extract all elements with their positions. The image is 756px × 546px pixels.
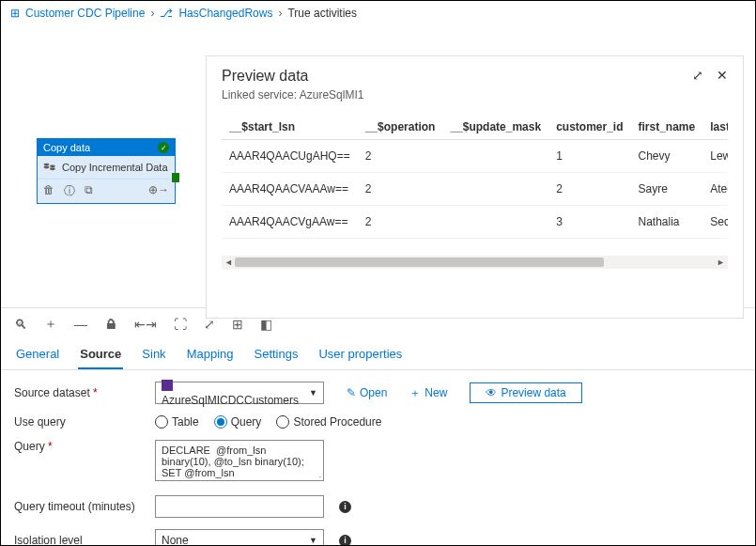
table-cell: Chevy xyxy=(631,140,703,173)
new-button[interactable]: ＋New xyxy=(409,385,447,401)
query-textarea[interactable] xyxy=(155,440,324,481)
pipeline-canvas[interactable]: Copy data ✓ Copy Incremental Data 🗑 ⓘ ⧉ … xyxy=(1,25,755,307)
activity-header: Copy data ✓ xyxy=(38,139,175,156)
col-first-name[interactable]: first_name xyxy=(631,115,703,140)
query-timeout-input[interactable] xyxy=(155,495,324,518)
breadcrumb-leaf: True activities xyxy=(287,7,357,20)
tab-general[interactable]: General xyxy=(14,340,61,369)
use-query-label: Use query xyxy=(14,415,146,429)
pencil-icon: ✎ xyxy=(347,386,356,399)
breadcrumb-root[interactable]: Customer CDC Pipeline xyxy=(25,7,145,20)
open-button[interactable]: ✎Open xyxy=(347,386,387,399)
table-cell xyxy=(442,206,548,239)
source-form: Source dataset AzureSqlMICDCCustomers ▼ … xyxy=(1,370,755,546)
table-cell: 2 xyxy=(548,173,630,206)
chevron-right-icon: › xyxy=(150,7,154,20)
delete-icon[interactable]: 🗑 xyxy=(43,183,54,199)
table-header-row: __$start_lsn __$operation __$update_mask… xyxy=(222,115,728,140)
fit-screen-icon[interactable]: ⛶ xyxy=(174,317,187,332)
preview-table: __$start_lsn __$operation __$update_mask… xyxy=(222,115,728,239)
search-icon[interactable]: 🔍︎ xyxy=(14,317,27,332)
tab-sink[interactable]: Sink xyxy=(140,340,167,369)
col-last-name[interactable]: last_name xyxy=(702,115,728,140)
preview-data-panel: Preview data Linked service: AzureSqlMI1… xyxy=(206,55,744,319)
activity-body: Copy Incremental Data xyxy=(38,156,175,179)
breadcrumb-mid[interactable]: HasChangedRows xyxy=(178,7,272,20)
table-row[interactable]: AAAR4QAACUgAHQ==21ChevyLewardcleward0@ma… xyxy=(222,140,728,173)
scroll-left-icon[interactable]: ◄ xyxy=(224,257,233,267)
table-cell: AAAR4QAACUgAHQ== xyxy=(222,140,358,173)
layout-icon[interactable]: ◧ xyxy=(260,317,272,332)
breadcrumb: ⊞ Customer CDC Pipeline › ⎇ HasChangedRo… xyxy=(1,1,755,25)
linked-service-value: AzureSqlMI1 xyxy=(300,88,364,101)
radio-query[interactable]: Query xyxy=(214,415,262,429)
radio-table[interactable]: Table xyxy=(155,415,199,429)
linked-service-label: Linked service: AzureSqlMI1 xyxy=(222,88,363,101)
preview-title: Preview data xyxy=(222,68,363,85)
table-cell: 2 xyxy=(358,173,443,206)
table-cell: 2 xyxy=(358,140,443,173)
tab-source[interactable]: Source xyxy=(78,340,123,369)
tab-mapping[interactable]: Mapping xyxy=(185,340,236,369)
radio-stored-procedure[interactable]: Stored Procedure xyxy=(276,415,381,429)
svg-point-2 xyxy=(50,164,55,167)
lock-icon[interactable]: 🔒︎ xyxy=(104,317,117,332)
col-operation[interactable]: __$operation xyxy=(358,115,443,140)
close-icon[interactable]: ✕ xyxy=(717,68,728,83)
table-cell: Nathalia xyxy=(631,206,703,239)
dataset-icon xyxy=(162,380,173,391)
scroll-right-icon[interactable]: ► xyxy=(717,257,725,267)
copy-icon[interactable]: ⧉ xyxy=(85,183,93,199)
table-cell: 2 xyxy=(358,206,443,239)
add-output-icon[interactable]: ⊕→ xyxy=(148,183,169,199)
table-row[interactable]: AAAR4QAACVgAAw==23NathaliaSeckomnseckom2… xyxy=(222,206,728,239)
info-icon[interactable]: i xyxy=(339,501,351,513)
tab-settings[interactable]: Settings xyxy=(253,340,301,369)
success-handle[interactable] xyxy=(172,173,179,182)
table-cell: Sayre xyxy=(631,173,703,206)
align-icon[interactable]: ⊞ xyxy=(232,317,243,332)
activity-title: Copy Incremental Data xyxy=(62,162,168,173)
chevron-down-icon: ▼ xyxy=(309,536,317,545)
svg-point-3 xyxy=(50,167,55,170)
add-icon[interactable]: ＋ xyxy=(44,316,57,333)
table-cell: AAAR4QAACVgAAw== xyxy=(222,206,358,239)
table-row[interactable]: AAAR4QAACVAAAw==22SayreAteggartsateggart… xyxy=(222,173,728,206)
zoom-fit-icon[interactable]: ⤢ xyxy=(204,317,215,332)
info-icon[interactable]: ⓘ xyxy=(64,183,75,199)
query-timeout-label: Query timeout (minutes) xyxy=(14,500,146,513)
table-cell: Ateggart xyxy=(702,173,728,206)
remove-icon[interactable]: — xyxy=(74,317,87,332)
col-customer-id[interactable]: customer_id xyxy=(548,115,630,140)
plus-icon: ＋ xyxy=(409,385,421,401)
table-cell: Seckom xyxy=(702,206,728,239)
table-cell: 1 xyxy=(548,140,630,173)
database-icon xyxy=(43,163,56,172)
preview-data-button[interactable]: 👁︎Preview data xyxy=(470,382,581,403)
fit-width-icon[interactable]: ⇤⇥ xyxy=(134,317,157,332)
col-start-lsn[interactable]: __$start_lsn xyxy=(222,115,358,140)
pipeline-icon: ⊞ xyxy=(10,7,20,20)
svg-point-1 xyxy=(44,166,50,169)
svg-point-0 xyxy=(44,164,50,166)
isolation-level-label: Isolation level xyxy=(14,534,146,546)
source-dataset-label: Source dataset xyxy=(14,386,146,399)
activity-toolbar: 🗑 ⓘ ⧉ ⊕→ xyxy=(38,179,175,203)
horizontal-scrollbar[interactable]: ◄ ► xyxy=(222,256,728,269)
query-label: Query xyxy=(14,440,146,453)
info-icon[interactable]: i xyxy=(339,535,351,547)
eye-icon: 👁︎ xyxy=(486,386,497,399)
branch-icon: ⎇ xyxy=(160,7,173,20)
isolation-level-dropdown[interactable]: None ▼ xyxy=(155,529,324,546)
scrollbar-thumb[interactable] xyxy=(235,257,604,267)
table-cell xyxy=(442,173,548,206)
source-dataset-dropdown[interactable]: AzureSqlMICDCCustomers ▼ xyxy=(155,382,324,404)
col-update-mask[interactable]: __$update_mask xyxy=(442,115,548,140)
check-icon: ✓ xyxy=(158,142,169,153)
table-cell: AAAR4QAACVAAAw== xyxy=(222,173,358,206)
table-cell: Leward xyxy=(702,140,728,173)
expand-icon[interactable]: ⤢ xyxy=(692,68,703,83)
copy-data-activity[interactable]: Copy data ✓ Copy Incremental Data 🗑 ⓘ ⧉ … xyxy=(37,138,176,204)
tab-user-properties[interactable]: User properties xyxy=(316,340,404,369)
use-query-radio-group: Table Query Stored Procedure xyxy=(155,415,381,429)
